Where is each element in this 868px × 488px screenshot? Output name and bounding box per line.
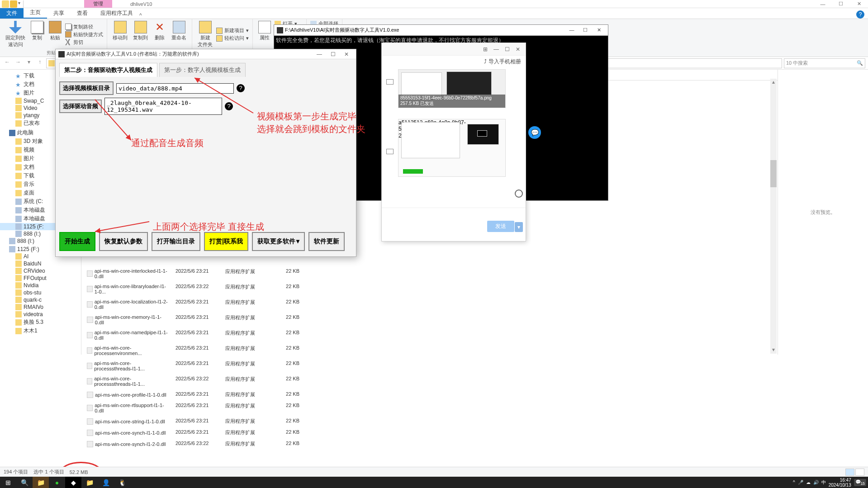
taskbar-app[interactable]: 📁 — [33, 477, 49, 488]
up-button[interactable]: ↑ — [35, 59, 44, 68]
pin-button[interactable]: 固定到快 速访问 — [3, 20, 28, 49]
minimize-button[interactable]: — — [313, 51, 326, 57]
scroll-down-icon[interactable]: ▾ — [770, 346, 777, 354]
ime-indicator[interactable]: 中 — [821, 479, 826, 486]
rename-button[interactable]: 重命名 — [169, 20, 189, 42]
file-row[interactable]: api-ms-win-core-namedpipe-l1-1-0.dll2022… — [81, 327, 778, 343]
file-row[interactable]: api-ms-win-core-localization-l1-2-0.dll2… — [81, 297, 778, 312]
tree-item[interactable]: FFOutput — [0, 275, 81, 282]
select-video-button[interactable]: 选择视频模板目录 — [59, 81, 114, 95]
file-row[interactable]: api-ms-win-core-interlocked-l1-1-0.dll20… — [81, 266, 778, 281]
clock[interactable]: 16:47 2024/10/13 — [829, 478, 851, 488]
tree-item[interactable]: quark-c — [0, 296, 81, 303]
history-dropdown-icon[interactable]: ▾ — [24, 59, 33, 68]
properties-button[interactable]: 属性 — [256, 20, 274, 43]
update-button[interactable]: 软件更新 — [308, 232, 345, 251]
tree-item[interactable]: videotra — [0, 311, 81, 318]
chat-image-2[interactable]: a5113512-e69a-4e9c-8b87-537095dfb4c0.png… — [398, 119, 506, 177]
tree-item[interactable]: CRVideo — [0, 267, 81, 275]
tree-item[interactable]: 换脸 5.3 — [0, 318, 81, 327]
file-row[interactable]: api-ms-win-core-processsthreads-l1-1...2… — [81, 374, 778, 389]
scroll-up-icon[interactable]: ▴ — [770, 79, 777, 86]
taskbar-app[interactable]: 👤 — [98, 477, 114, 488]
tree-item[interactable]: Nvidia — [0, 282, 81, 289]
forward-button[interactable]: → — [14, 59, 23, 68]
send-button[interactable]: 发送 — [487, 221, 514, 232]
tab-step1[interactable]: 第一步：数字人视频模板生成 — [159, 63, 246, 77]
paste-button[interactable]: 粘贴 — [46, 20, 64, 49]
file-row[interactable]: api-ms-win-core-processsthreads-l1-1...2… — [81, 358, 778, 374]
notification-icon[interactable]: 💬15 — [854, 479, 866, 486]
search-input[interactable]: 10 中搜索🔍 — [784, 58, 865, 68]
back-button[interactable]: ← — [3, 59, 12, 68]
move-to-button[interactable]: 移动到 — [110, 20, 130, 42]
chat-import[interactable]: ⤴ 导入手机相册 — [382, 56, 526, 67]
taskbar-wechat[interactable]: ● — [49, 477, 65, 488]
minimize-button[interactable]: — — [491, 46, 501, 52]
help-icon[interactable]: ? — [237, 84, 245, 92]
maximize-button[interactable]: ☐ — [502, 46, 512, 52]
chat-image-1[interactable]: 85553153-15f1-4eec-96b0-0e722f8bf57a.png… — [398, 69, 506, 108]
taskbar-explorer[interactable]: 📁 — [81, 477, 98, 488]
cut-button[interactable]: 剪切 — [64, 38, 104, 46]
tab-step2[interactable]: 第二步：音频驱动数字人视频生成 — [59, 63, 157, 77]
tab-app-tools[interactable]: 应用程序工具 — [94, 8, 139, 19]
volume-icon[interactable]: 🔊 — [813, 480, 819, 485]
clock-icon[interactable] — [515, 190, 523, 198]
folder-icon[interactable] — [2, 0, 9, 8]
start-button[interactable]: 开始生成 — [59, 232, 95, 251]
tray-expand-icon[interactable]: ^ — [793, 480, 795, 485]
reset-button[interactable]: 恢复默认参数 — [99, 232, 148, 251]
taskbar-qq[interactable]: 🐧 — [114, 477, 130, 488]
tab-share[interactable]: 共享 — [47, 8, 71, 19]
file-row[interactable]: api-ms-win-core-processenvironmen...2022… — [81, 343, 778, 358]
taskbar-app[interactable]: ◆ — [65, 477, 81, 488]
file-row[interactable]: api-ms-win-core-rtlsupport-l1-1-0.dll202… — [81, 400, 778, 416]
scrollbar[interactable]: ▴ ▾ — [770, 79, 777, 354]
mic-icon[interactable]: 🎤 — [798, 480, 803, 485]
maximize-button[interactable]: ☐ — [326, 51, 340, 57]
minimize-button[interactable]: — — [565, 27, 578, 33]
delete-button[interactable]: ✕删除 — [151, 20, 169, 42]
tab-file[interactable]: 文件 — [0, 8, 24, 19]
new-folder-button[interactable]: 新建 文件夹 — [195, 20, 215, 49]
paste-shortcut-button[interactable]: 粘贴快捷方式 — [64, 31, 104, 38]
file-row[interactable]: api-ms-win-core-synch-l1-2-0.dll2022/5/6… — [81, 438, 778, 450]
maximize-button[interactable]: ☐ — [832, 0, 850, 8]
context-tab[interactable]: 管理 — [84, 0, 112, 8]
maximize-button[interactable]: ☐ — [579, 27, 592, 33]
tab-view[interactable]: 查看 — [71, 8, 94, 19]
file-row[interactable]: api-ms-win-core-synch-l1-1-0.dll2022/5/6… — [81, 427, 778, 438]
close-button[interactable]: ✕ — [513, 46, 523, 52]
ribbon-minimize-icon[interactable]: ^ — [139, 12, 142, 19]
folder-icon[interactable] — [386, 149, 394, 154]
video-path-input[interactable]: video_data/888.mp4 — [116, 83, 234, 94]
start-button[interactable]: ⊞ — [0, 477, 16, 488]
folder-icon[interactable] — [386, 79, 394, 85]
chat-messages[interactable]: 85553153-15f1-4eec-96b0-0e722f8bf57a.png… — [382, 67, 526, 208]
file-row[interactable]: api-ms-win-core-memory-l1-1-0.dll2022/5/… — [81, 312, 778, 327]
close-button[interactable]: ✕ — [593, 27, 605, 33]
close-button[interactable]: ✕ — [340, 51, 353, 57]
cloud-icon[interactable]: ☁ — [806, 480, 811, 485]
audio-path-input[interactable]: _2laugh_0break_42024-10-12_195341.wav — [104, 98, 222, 115]
copy-to-button[interactable]: 复制到 — [130, 20, 151, 42]
tree-item[interactable]: obs-stu — [0, 289, 81, 296]
easy-access-button[interactable]: 轻松访问▾ — [215, 34, 250, 42]
qat-dropdown-icon[interactable]: ▾ — [18, 0, 20, 8]
scroll-thumb[interactable] — [770, 160, 777, 187]
tree-item[interactable]: RMAIVo — [0, 303, 81, 311]
donate-button[interactable]: 打赏|联系我 — [204, 232, 248, 251]
layout-icon[interactable]: ⊞ — [480, 46, 490, 52]
open-output-button[interactable]: 打开输出目录 — [152, 232, 200, 251]
tree-item[interactable]: 木木1 — [0, 327, 81, 335]
qat-icon[interactable] — [10, 0, 17, 8]
chat-bubble-icon[interactable]: 💬 — [528, 126, 541, 139]
file-row[interactable]: api-ms-win-core-libraryloader-l1-1-0...2… — [81, 281, 778, 297]
search-button[interactable]: 🔍 — [16, 477, 33, 488]
details-view-button[interactable] — [845, 469, 854, 476]
new-item-button[interactable]: 新建项目▾ — [215, 27, 250, 34]
help-icon[interactable]: ? — [856, 10, 864, 19]
copy-path-button[interactable]: 复制路径 — [64, 23, 104, 31]
file-row[interactable]: api-ms-win-core-profile-l1-1-0.dll2022/5… — [81, 389, 778, 400]
